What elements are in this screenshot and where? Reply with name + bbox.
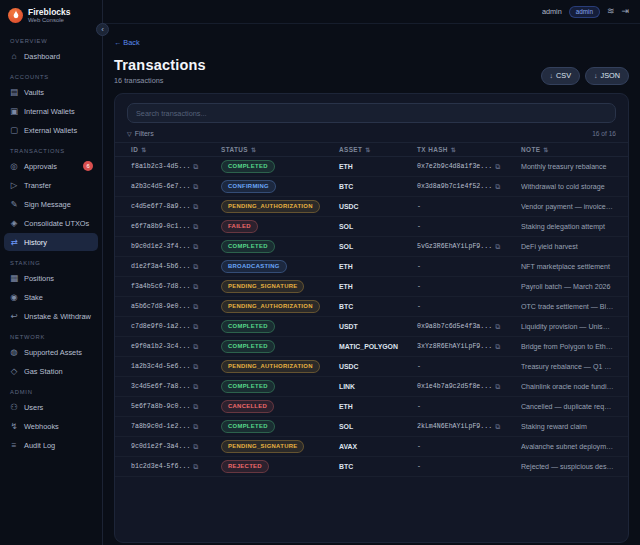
- sidebar-item-history[interactable]: ⇄ History: [4, 233, 98, 251]
- copy-icon[interactable]: ⧉: [495, 343, 500, 351]
- table-row[interactable]: f3a4b5c6-7d8...⧉ PENDING_SIGNATURE ETH -…: [115, 277, 628, 297]
- funnel-icon: ▽: [127, 130, 132, 137]
- copy-icon[interactable]: ⧉: [495, 423, 500, 431]
- main-column: admin admin ≋ ⇥ ← Back Transactions 16 t…: [103, 0, 640, 545]
- copy-icon[interactable]: ⧉: [193, 303, 198, 311]
- table-row[interactable]: 3c4d5e6f-7a8...⧉ COMPLETED LINK 0x1e4b7a…: [115, 377, 628, 397]
- table-row[interactable]: f8a1b2c3-4d5...⧉ COMPLETED ETH 0x7e2b9c4…: [115, 157, 628, 177]
- asset-cell: USDC: [339, 363, 417, 370]
- gas-station-icon: ◇: [9, 366, 19, 376]
- table-row[interactable]: e6f7a8b9-0c1...⧉ FAILED SOL - Staking de…: [115, 217, 628, 237]
- sidebar-item-sign-message[interactable]: ✎ Sign Message: [4, 195, 98, 213]
- sidebar-section: STAKING ▦ Positions ◉ Stake ↩ Unstake & …: [0, 252, 102, 325]
- copy-icon[interactable]: ⧉: [193, 423, 198, 431]
- back-arrow-icon: ←: [114, 38, 121, 47]
- settings-icon[interactable]: ≋: [607, 7, 615, 16]
- status-badge: COMPLETED: [221, 420, 275, 433]
- table-row[interactable]: 5e6f7a8b-9c0...⧉ CANCELLED ETH - Cancell…: [115, 397, 628, 417]
- table-row[interactable]: d1e2f3a4-5b6...⧉ BROADCASTING ETH - NFT …: [115, 257, 628, 277]
- copy-icon[interactable]: ⧉: [495, 163, 500, 171]
- copy-icon[interactable]: ⧉: [193, 443, 198, 451]
- txn-id-cell: 3c4d5e6f-7a8...⧉: [131, 383, 221, 391]
- column-header-asset[interactable]: ASSET⇅: [339, 146, 417, 153]
- table-row[interactable]: a2b3c4d5-6e7...⧉ CONFIRMING BTC 0x3d8a9b…: [115, 177, 628, 197]
- txn-id-cell: f3a4b5c6-7d8...⧉: [131, 283, 221, 291]
- sidebar-item-positions[interactable]: ▦ Positions: [4, 269, 98, 287]
- copy-icon[interactable]: ⧉: [193, 183, 198, 191]
- asset-cell: SOL: [339, 243, 417, 250]
- asset-cell: AVAX: [339, 443, 417, 450]
- sidebar-item-dashboard[interactable]: ⌂ Dashboard: [4, 47, 98, 65]
- sidebar-item-supported-assets[interactable]: ◍ Supported Assets: [4, 343, 98, 361]
- copy-icon[interactable]: ⧉: [495, 323, 500, 331]
- sidebar-item-users[interactable]: ⚇ Users: [4, 398, 98, 416]
- sidebar-item-transfer[interactable]: ▷ Transfer: [4, 176, 98, 194]
- table-row[interactable]: 7a8b9c0d-1e2...⧉ COMPLETED SOL 2kLm4N6Eh…: [115, 417, 628, 437]
- copy-icon[interactable]: ⧉: [495, 243, 500, 251]
- status-badge: COMPLETED: [221, 340, 275, 353]
- note-cell: DeFi yield harvest: [521, 243, 616, 251]
- table-row[interactable]: b9c0d1e2-3f4...⧉ COMPLETED SOL 5vGz3R6Eh…: [115, 237, 628, 257]
- column-header-id[interactable]: ID⇅: [131, 146, 221, 153]
- sort-icon: ⇅: [141, 146, 146, 153]
- column-header-note[interactable]: NOTE⇅: [521, 146, 616, 153]
- sidebar-collapse-button[interactable]: ‹: [96, 23, 109, 36]
- sign-message-icon: ✎: [9, 199, 19, 209]
- copy-icon[interactable]: ⧉: [495, 383, 500, 391]
- sidebar-item-webhooks[interactable]: ↯ Webhooks: [4, 417, 98, 435]
- tx-hash-cell: 3xYz8R6EhAYiLpF9...⧉: [417, 343, 521, 351]
- copy-icon[interactable]: ⧉: [193, 203, 198, 211]
- sidebar-item-label: Users: [24, 403, 43, 412]
- copy-icon[interactable]: ⧉: [193, 403, 198, 411]
- table-row[interactable]: e9f0a1b2-3c4...⧉ COMPLETED MATIC_POLYGON…: [115, 337, 628, 357]
- copy-icon[interactable]: ⧉: [193, 363, 198, 371]
- copy-icon[interactable]: ⧉: [193, 323, 198, 331]
- sidebar-item-approvals[interactable]: ◎ Approvals 6: [4, 157, 98, 175]
- table-row[interactable]: 1a2b3c4d-5e6...⧉ PENDING_AUTHORIZATION U…: [115, 357, 628, 377]
- copy-icon[interactable]: ⧉: [193, 283, 198, 291]
- back-link[interactable]: ← Back: [114, 38, 140, 47]
- sidebar-item-label: Transfer: [24, 181, 51, 190]
- sidebar-item-external-wallets[interactable]: ▢ External Wallets: [4, 121, 98, 139]
- copy-icon[interactable]: ⧉: [193, 383, 198, 391]
- fireblocks-logo-icon: [8, 8, 23, 23]
- column-header-tx-hash[interactable]: TX HASH⇅: [417, 146, 521, 153]
- note-cell: Treasury rebalance — Q1 2026: [521, 363, 616, 371]
- table-row[interactable]: 9c0d1e2f-3a4...⧉ PENDING_SIGNATURE AVAX …: [115, 437, 628, 457]
- sort-icon: ⇅: [365, 146, 370, 153]
- table-row[interactable]: c7d8e9f0-1a2...⧉ COMPLETED USDT 0x9a8b7c…: [115, 317, 628, 337]
- sidebar-item-vaults[interactable]: ▤ Vaults: [4, 83, 98, 101]
- status-badge: CONFIRMING: [221, 180, 276, 193]
- copy-icon[interactable]: ⧉: [193, 263, 198, 271]
- sidebar-item-internal-wallets[interactable]: ▣ Internal Wallets: [4, 102, 98, 120]
- transfer-icon: ▷: [9, 180, 19, 190]
- table-row[interactable]: a5b6c7d8-9e0...⧉ PENDING_AUTHORIZATION B…: [115, 297, 628, 317]
- sidebar-item-label: Gas Station: [24, 367, 63, 376]
- sidebar-item-unstake-withdraw[interactable]: ↩ Unstake & Withdraw: [4, 307, 98, 325]
- table-row[interactable]: c4d5e6f7-8a9...⧉ PENDING_AUTHORIZATION U…: [115, 197, 628, 217]
- txn-id-cell: e9f0a1b2-3c4...⧉: [131, 343, 221, 351]
- search-input[interactable]: [127, 103, 616, 123]
- copy-icon[interactable]: ⧉: [193, 463, 198, 471]
- column-header-status[interactable]: STATUS⇅: [221, 146, 339, 153]
- export-csv-button[interactable]: ↓CSV: [541, 67, 581, 85]
- copy-icon[interactable]: ⧉: [495, 183, 500, 191]
- note-cell: Avalanche subnet deployment: [521, 443, 616, 451]
- consolidate-utxos-icon: ◈: [9, 218, 19, 228]
- export-json-button[interactable]: ↓JSON: [585, 67, 629, 85]
- copy-icon[interactable]: ⧉: [193, 223, 198, 231]
- sidebar-item-consolidate-utxos[interactable]: ◈ Consolidate UTXOs: [4, 214, 98, 232]
- sidebar-item-audit-log[interactable]: ≡ Audit Log: [4, 436, 98, 454]
- filters-button[interactable]: ▽ Filters: [127, 130, 154, 137]
- copy-icon[interactable]: ⧉: [193, 343, 198, 351]
- copy-icon[interactable]: ⧉: [193, 243, 198, 251]
- note-cell: Monthly treasury rebalance: [521, 163, 616, 171]
- note-cell: Chainlink oracle node funding: [521, 383, 616, 391]
- sidebar-section: ACCOUNTS ▤ Vaults ▣ Internal Wallets ▢ E…: [0, 66, 102, 139]
- sidebar-item-stake[interactable]: ◉ Stake: [4, 288, 98, 306]
- sidebar-item-gas-station[interactable]: ◇ Gas Station: [4, 362, 98, 380]
- table-row[interactable]: b1c2d3e4-5f6...⧉ REJECTED BTC - Rejected…: [115, 457, 628, 477]
- sidebar-section: OVERVIEW ⌂ Dashboard: [0, 30, 102, 65]
- logout-icon[interactable]: ⇥: [621, 7, 629, 16]
- copy-icon[interactable]: ⧉: [193, 163, 198, 171]
